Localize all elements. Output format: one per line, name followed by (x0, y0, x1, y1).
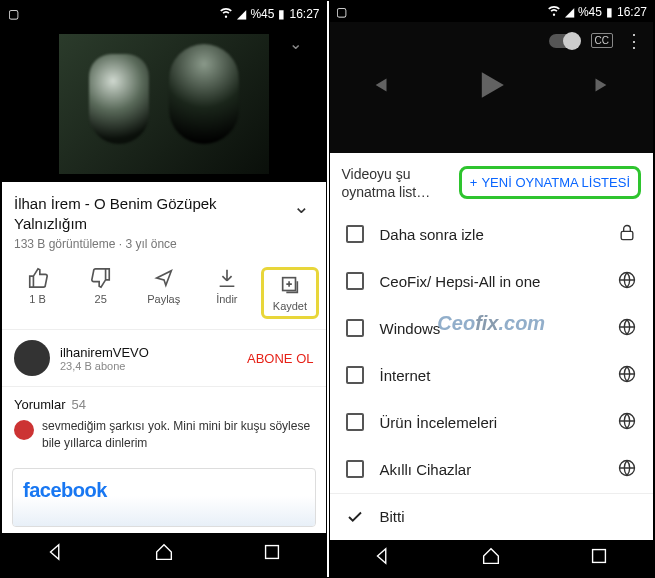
nav-bar (2, 533, 326, 576)
channel-avatar[interactable] (14, 340, 50, 376)
video-player[interactable] (2, 26, 326, 183)
checkbox[interactable] (346, 413, 364, 431)
checkbox[interactable] (346, 272, 364, 290)
battery-label: %45 (578, 5, 602, 19)
video-still (59, 34, 269, 174)
done-button[interactable]: Bitti (330, 493, 654, 540)
channel-subs: 23,4 B abone (60, 360, 237, 372)
save-button[interactable]: Kaydet (261, 267, 319, 319)
phone-left: ▢ ◢ %45 ▮ 16:27 İlhan İrem - O Benim Göz… (1, 1, 327, 577)
checkbox[interactable] (346, 319, 364, 337)
action-bar: 1 B 25 Paylaş İndir Kaydet (2, 261, 326, 330)
playlist-list: Daha sonra izleCeoFix/ Hepsi-All in oneW… (330, 211, 654, 493)
commenter-avatar (14, 420, 34, 440)
chevron-down-icon[interactable]: ⌄ (289, 194, 314, 218)
globe-icon (617, 411, 637, 434)
next-button[interactable] (589, 72, 615, 102)
video-player-mini[interactable]: ⌄ CC ⋮ (330, 22, 654, 153)
home-button[interactable] (153, 541, 175, 567)
subscribe-button[interactable]: ABONE OL (247, 351, 313, 366)
chevron-down-icon[interactable]: ⌄ (289, 34, 302, 53)
globe-icon (617, 364, 637, 387)
wifi-icon (547, 3, 561, 20)
battery-label: %45 (250, 7, 274, 21)
checkbox[interactable] (346, 366, 364, 384)
previous-button[interactable] (367, 72, 393, 102)
new-playlist-button[interactable]: + YENİ OYNATMA LİSTESİ (459, 166, 641, 199)
signal-icon: ◢ (565, 5, 574, 19)
svg-rect-1 (265, 546, 278, 559)
playlist-label: Windows (380, 320, 441, 337)
captions-button[interactable]: CC (591, 33, 613, 48)
channel-row[interactable]: ilhaniremVEVO 23,4 B abone ABONE OL (2, 330, 326, 387)
video-title[interactable]: İlhan İrem - O Benim Gözüpek Yalnızlığım (14, 194, 289, 233)
checkbox[interactable] (346, 460, 364, 478)
playlist-item[interactable]: Ürün İncelemeleri (330, 399, 654, 446)
more-icon[interactable]: ⋮ (625, 32, 643, 50)
globe-icon (617, 458, 637, 481)
status-bar: ▢ ◢ %45 ▮ 16:27 (330, 2, 654, 22)
playlist-item[interactable]: Windows (330, 305, 654, 352)
link-card[interactable]: facebook (12, 468, 316, 527)
recents-button[interactable] (261, 541, 283, 567)
sheet-title: Videoyu şu oynatma list… (342, 165, 451, 201)
wifi-icon (219, 5, 233, 22)
battery-icon: ▮ (278, 7, 285, 21)
clock: 16:27 (617, 5, 647, 19)
svg-rect-2 (621, 231, 633, 239)
autoplay-toggle[interactable] (549, 34, 579, 48)
battery-icon: ▮ (606, 5, 613, 19)
status-bar: ▢ ◢ %45 ▮ 16:27 (2, 2, 326, 26)
svg-rect-8 (593, 550, 606, 563)
playlist-item[interactable]: Daha sonra izle (330, 211, 654, 258)
signal-icon: ◢ (237, 7, 246, 21)
channel-name: ilhaniremVEVO (60, 345, 237, 360)
play-button[interactable] (469, 63, 513, 111)
lock-icon (617, 223, 637, 246)
globe-icon (617, 317, 637, 340)
back-button[interactable] (45, 541, 67, 567)
top-comment[interactable]: sevmediğim şarkısı yok. Mini mini bir ku… (2, 418, 326, 462)
playlist-label: Akıllı Cihazlar (380, 461, 472, 478)
comments-header[interactable]: Yorumlar54 (2, 387, 326, 418)
playlist-item[interactable]: İnternet (330, 352, 654, 399)
checkbox[interactable] (346, 225, 364, 243)
video-meta: 133 B görüntüleme · 3 yıl önce (2, 237, 326, 261)
download-button[interactable]: İndir (198, 267, 256, 319)
playlist-label: Daha sonra izle (380, 226, 484, 243)
clock: 16:27 (289, 7, 319, 21)
share-button[interactable]: Paylaş (135, 267, 193, 319)
picture-icon: ▢ (336, 5, 347, 19)
playlist-item[interactable]: Akıllı Cihazlar (330, 446, 654, 493)
playlist-label: CeoFix/ Hepsi-All in one (380, 273, 541, 290)
check-icon (346, 508, 364, 526)
playlist-label: İnternet (380, 367, 431, 384)
nav-bar (330, 540, 654, 576)
back-button[interactable] (372, 545, 394, 571)
dislike-button[interactable]: 25 (72, 267, 130, 319)
picture-icon: ▢ (8, 7, 19, 21)
playlist-item[interactable]: CeoFix/ Hepsi-All in one (330, 258, 654, 305)
globe-icon (617, 270, 637, 293)
recents-button[interactable] (588, 545, 610, 571)
playlist-sheet-header: Videoyu şu oynatma list… + YENİ OYNATMA … (330, 153, 654, 211)
plus-icon: + (470, 175, 478, 190)
like-button[interactable]: 1 B (9, 267, 67, 319)
playlist-label: Ürün İncelemeleri (380, 414, 498, 431)
phone-right: ▢ ◢ %45 ▮ 16:27 ⌄ CC ⋮ Videoyu şu oynat (329, 1, 655, 577)
home-button[interactable] (480, 545, 502, 571)
